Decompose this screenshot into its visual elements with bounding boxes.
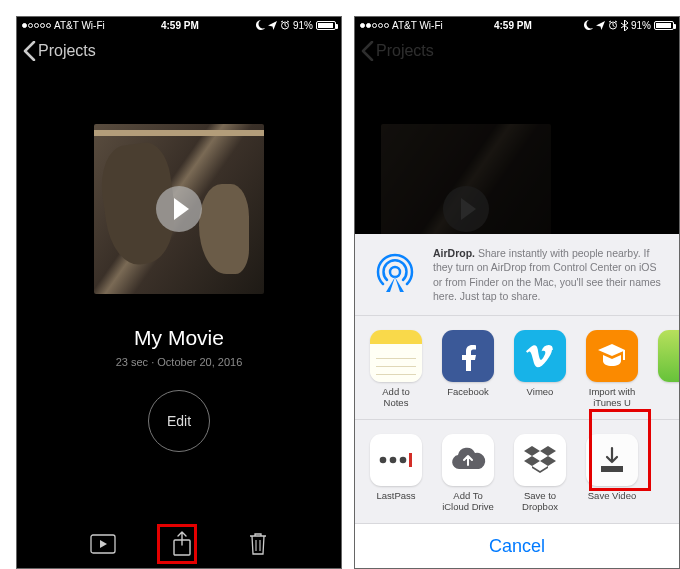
svg-point-5 [380,457,387,464]
battery-pct: 91% [631,20,651,31]
lastpass-icon [370,434,422,486]
phone-right: AT&T Wi-Fi 4:59 PM 91% Projects [354,16,680,569]
location-icon [596,21,605,30]
status-bar: AT&T Wi-Fi 4:59 PM 91% [355,17,679,33]
action-dropbox[interactable]: Save to Dropbox [513,434,567,513]
share-more-cut[interactable]: In [657,330,679,409]
dropbox-icon [514,434,566,486]
moon-icon [583,20,593,30]
icloud-icon [442,434,494,486]
trash-icon[interactable] [248,532,268,556]
battery-pct: 91% [293,20,313,31]
highlight-share [157,524,197,564]
time-label: 4:59 PM [105,20,255,31]
movie-thumbnail[interactable] [94,124,264,294]
movie-title: My Movie [134,326,224,350]
play-icon[interactable] [156,186,202,232]
share-vimeo[interactable]: Vimeo [513,330,567,409]
svg-point-6 [390,457,397,464]
phone-left: AT&T Wi-Fi 4:59 PM 91% Projects My Movie… [16,16,342,569]
moon-icon [255,20,265,30]
edit-button[interactable]: Edit [148,390,210,452]
itunesu-icon [586,330,638,382]
action-save-video[interactable]: Save Video [585,434,639,513]
app-share-row[interactable]: Add to Notes Facebook Vimeo Import with … [355,316,679,420]
share-sheet: AirDrop. Share instantly with people nea… [355,234,679,568]
status-bar: AT&T Wi-Fi 4:59 PM 91% [17,17,341,33]
time-label: 4:59 PM [443,20,583,31]
movie-detail: My Movie 23 sec · October 20, 2016 Edit [17,69,341,452]
share-itunes-u[interactable]: Import with iTunes U [585,330,639,409]
airdrop-section[interactable]: AirDrop. Share instantly with people nea… [355,234,679,316]
alarm-icon [280,20,290,30]
action-icloud-drive[interactable]: Add To iCloud Drive [441,434,495,513]
location-icon [268,21,277,30]
svg-point-4 [390,267,400,277]
battery-icon [654,21,674,30]
airdrop-text: AirDrop. Share instantly with people nea… [433,246,665,303]
svg-rect-9 [601,466,623,472]
share-facebook[interactable]: Facebook [441,330,495,409]
svg-rect-8 [409,453,412,467]
share-add-to-notes[interactable]: Add to Notes [369,330,423,409]
cancel-button[interactable]: Cancel [355,524,679,568]
carrier-label: AT&T Wi-Fi [392,20,443,31]
back-button[interactable]: Projects [23,41,96,61]
nav-bar: Projects [17,33,341,69]
signal-dots [22,23,51,28]
play-outline-icon[interactable] [90,534,116,554]
save-video-icon [586,434,638,486]
bluetooth-icon [621,20,628,31]
svg-point-7 [400,457,407,464]
facebook-icon [442,330,494,382]
battery-icon [316,21,336,30]
action-lastpass[interactable]: LastPass [369,434,423,513]
signal-dots [360,23,389,28]
nav-back-label: Projects [38,42,96,60]
generic-app-icon [658,330,679,382]
carrier-label: AT&T Wi-Fi [54,20,105,31]
movie-subtitle: 23 sec · October 20, 2016 [116,356,243,368]
notes-icon [370,330,422,382]
vimeo-icon [514,330,566,382]
alarm-icon [608,20,618,30]
airdrop-icon [369,246,421,298]
action-row[interactable]: LastPass Add To iCloud Drive Save to Dro… [355,420,679,524]
